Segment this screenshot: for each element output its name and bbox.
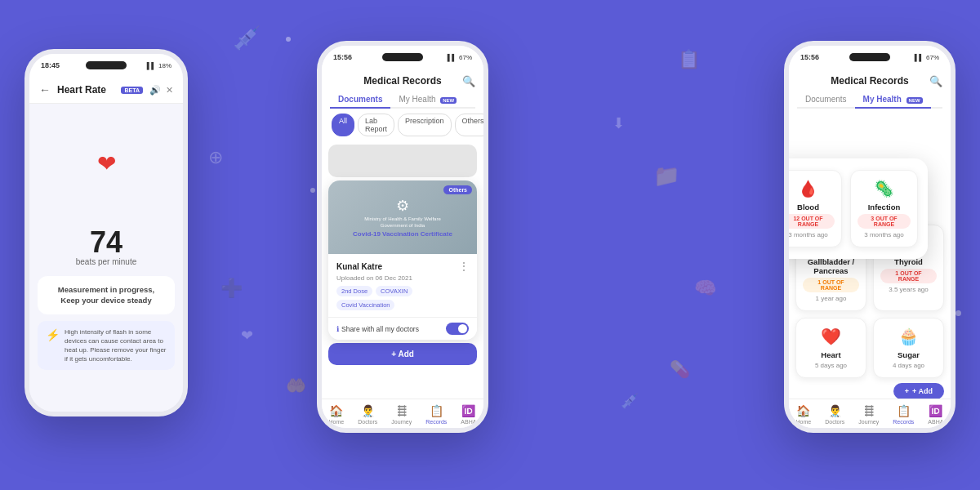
doc-badge: Others bbox=[443, 185, 472, 194]
doc-ministry-line2: Government of India bbox=[364, 223, 441, 229]
phone-my-health: 15:56 ▌▌ 67% Medical Records 🔍 Documents… bbox=[784, 41, 956, 433]
thyroid-badge: 1 OUT OF RANGE bbox=[880, 269, 937, 283]
p3-records-icon: 📋 bbox=[897, 404, 911, 417]
phone1-signal: ▌▌ bbox=[147, 62, 156, 69]
share-label: Share with all my doctors bbox=[341, 325, 419, 333]
heart-icon: ❤ bbox=[97, 150, 116, 177]
heart-rate-circle: var ticks = ''; for(var i=0;i<60;i++){ v… bbox=[53, 114, 159, 220]
back-button[interactable]: ← bbox=[39, 83, 51, 96]
search-icon[interactable]: 🔍 bbox=[462, 75, 475, 87]
phone1-status-right: ▌▌ 18% bbox=[147, 62, 172, 69]
close-icon[interactable]: ✕ bbox=[166, 85, 173, 96]
chip-prescription[interactable]: Prescription bbox=[398, 114, 452, 136]
phone3-time: 15:56 bbox=[800, 53, 819, 61]
add-label: + Add bbox=[912, 387, 933, 395]
p3-home-label: Home bbox=[796, 419, 812, 425]
toggle-dot bbox=[458, 324, 467, 333]
phone3-nav-journey[interactable]: 🛤 Journey bbox=[858, 404, 879, 425]
phone1-body: var ticks = ''; for(var i=0;i<60;i++){ v… bbox=[29, 104, 183, 412]
share-toggle[interactable] bbox=[446, 323, 469, 335]
phone2-battery: 67% bbox=[459, 54, 472, 61]
add-row: + + Add bbox=[789, 383, 951, 399]
nav-records[interactable]: 📋 Records bbox=[425, 404, 447, 425]
heart-health-icon: ❤️ bbox=[821, 327, 841, 346]
doc-ministry: Ministry of Health & Family Welfare Gove… bbox=[364, 216, 441, 229]
phone2-bottom-nav: 🏠 Home 👨‍⚕️ Doctors 🛤 Journey 📋 Records … bbox=[322, 399, 483, 428]
tab-documents[interactable]: Documents bbox=[330, 91, 390, 109]
blood-badge: 12 OUT OF RANGE bbox=[789, 214, 835, 229]
doc-upload-date: Uploaded on 06 Dec 2021 bbox=[336, 274, 469, 282]
infection-badge: 3 OUT OF RANGE bbox=[858, 214, 911, 229]
warning-box: ⚡ High intensity of flash in some device… bbox=[38, 321, 175, 371]
phone3-search-icon[interactable]: 🔍 bbox=[929, 75, 942, 87]
heart-card[interactable]: ❤️ Heart 5 days ago bbox=[795, 318, 866, 378]
phone-medical-records: 15:56 ▌▌ 67% Medical Records 🔍 Documents… bbox=[317, 41, 488, 433]
doc-card-image: Others ⚙ Ministry of Health & Family Wel… bbox=[328, 180, 477, 254]
infection-icon: 🦠 bbox=[874, 179, 894, 198]
phone3-nav-home[interactable]: 🏠 Home bbox=[796, 404, 812, 425]
doc-tag-covaxin: COVAXIN bbox=[376, 286, 412, 296]
tab3-documents[interactable]: Documents bbox=[797, 91, 855, 109]
measurement-text: Measurement in progress, Keep your devic… bbox=[47, 284, 165, 306]
nav-doctors[interactable]: 👨‍⚕️ Doctors bbox=[358, 404, 377, 425]
p3-journey-icon: 🛤 bbox=[863, 404, 875, 417]
nav-journey-label: Journey bbox=[391, 419, 412, 425]
phone3-nav-abha[interactable]: 🆔 ABHA bbox=[928, 404, 943, 425]
records-icon: 📋 bbox=[430, 404, 443, 417]
phone3-status-bar: 15:56 ▌▌ 67% bbox=[789, 46, 951, 69]
add-icon: + bbox=[905, 387, 909, 395]
phone1-header: ← Heart Rate BETA 🔊 ✕ bbox=[29, 77, 183, 104]
doc-emblem: ⚙ bbox=[396, 197, 409, 215]
thyroid-time: 3.5 years ago bbox=[889, 286, 928, 293]
phone1-battery: 18% bbox=[158, 62, 172, 69]
nav-abha-label: ABHA bbox=[461, 419, 476, 425]
infection-card[interactable]: 🦠 Infection 3 OUT OF RANGE 3 months ago bbox=[850, 170, 918, 247]
phone3-nav-doctors[interactable]: 👨‍⚕️ Doctors bbox=[825, 404, 844, 425]
tab-my-health[interactable]: My Health NEW bbox=[390, 91, 465, 109]
p3-abha-icon: 🆔 bbox=[929, 404, 942, 417]
phone1-title: Heart Rate bbox=[57, 84, 114, 96]
gallbladder-badge: 1 OUT OF RANGE bbox=[803, 278, 859, 292]
nav-journey[interactable]: 🛤 Journey bbox=[391, 404, 412, 425]
add-button[interactable]: + Add bbox=[328, 343, 477, 365]
phone2-time: 15:56 bbox=[333, 53, 352, 61]
doc-tag-dose: 2nd Dose bbox=[336, 286, 372, 296]
sugar-card[interactable]: 🧁 Sugar 4 days ago bbox=[873, 318, 944, 378]
phone3-tabs-row: Documents My Health NEW bbox=[797, 91, 942, 109]
phone3-header: Medical Records 🔍 Documents My Health NE… bbox=[789, 69, 951, 114]
doctors-icon: 👨‍⚕️ bbox=[361, 404, 375, 417]
warning-icon: ⚡ bbox=[46, 328, 60, 341]
chip-all[interactable]: All bbox=[332, 114, 354, 136]
nav-home[interactable]: 🏠 Home bbox=[329, 404, 345, 425]
tabs-row: Documents My Health NEW bbox=[330, 91, 475, 109]
blood-name: Blood bbox=[797, 203, 819, 212]
heart-time: 5 days ago bbox=[815, 362, 847, 369]
p3-journey-label: Journey bbox=[858, 419, 879, 425]
nav-abha[interactable]: 🆔 ABHA bbox=[461, 404, 476, 425]
phone2-header: Medical Records 🔍 Documents My Health NE… bbox=[322, 69, 483, 141]
phone3-body: 🩸 Blood 12 OUT OF RANGE 3 months ago 🦠 I… bbox=[789, 114, 951, 399]
phone3-title: Medical Records bbox=[831, 75, 908, 87]
doc-menu-icon[interactable]: ⋮ bbox=[459, 261, 469, 272]
phone3-nav-records[interactable]: 📋 Records bbox=[893, 404, 914, 425]
journey-icon: 🛤 bbox=[396, 404, 408, 417]
blood-icon: 🩸 bbox=[798, 179, 818, 198]
nav-home-label: Home bbox=[329, 419, 345, 425]
phone2-title: Medical Records bbox=[363, 75, 441, 87]
sound-icon[interactable]: 🔊 bbox=[149, 85, 161, 96]
blood-card[interactable]: 🩸 Blood 12 OUT OF RANGE 3 months ago bbox=[789, 170, 842, 247]
doc-tags: 2nd Dose COVAXIN Covid Vaccination bbox=[336, 286, 469, 310]
bpm-value: 74 bbox=[90, 228, 122, 257]
nav-doctors-label: Doctors bbox=[358, 419, 377, 425]
p3-abha-label: ABHA bbox=[928, 419, 943, 425]
doc-tag-covid: Covid Vaccination bbox=[336, 300, 394, 310]
add-health-button[interactable]: + + Add bbox=[893, 383, 944, 399]
chip-lab-report[interactable]: Lab Report bbox=[358, 114, 394, 136]
warning-text: High intensity of flash in some devices … bbox=[65, 327, 167, 364]
tab3-my-health[interactable]: My Health NEW bbox=[855, 91, 931, 109]
doc-card-info: Kunal Katre ⋮ Uploaded on 06 Dec 2021 2n… bbox=[328, 254, 477, 317]
add-label: + Add bbox=[391, 350, 414, 359]
document-card: Others ⚙ Ministry of Health & Family Wel… bbox=[328, 180, 477, 340]
chip-others[interactable]: Others bbox=[455, 114, 488, 136]
p3-doctors-label: Doctors bbox=[825, 419, 844, 425]
